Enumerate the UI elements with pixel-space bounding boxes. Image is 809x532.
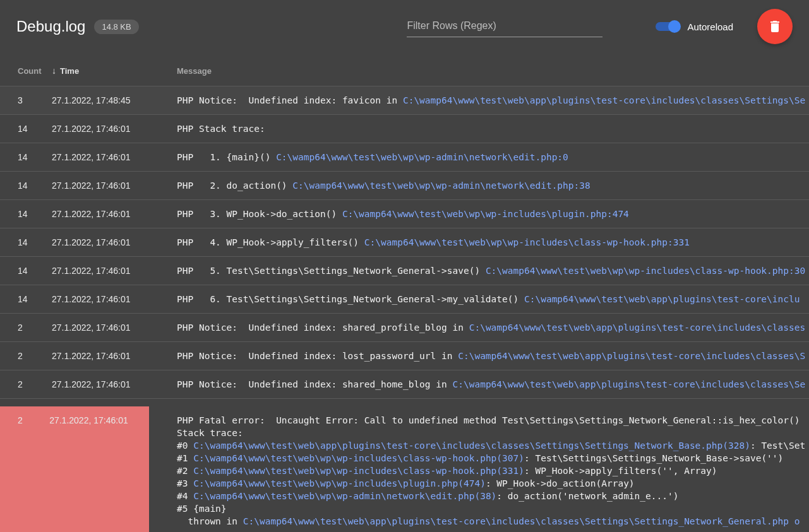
file-path-link[interactable]: C:\wamp64\www\test\web\wp\wp-includes\cl… [193, 453, 524, 463]
message-text: PHP 1. {main}() [177, 152, 276, 162]
row-message: PHP Notice: Undefined index: shared_prof… [177, 321, 809, 334]
row-message: PHP Notice: Undefined index: shared_home… [177, 378, 809, 391]
row-count: 14 [18, 179, 52, 192]
file-path-link[interactable]: C:\wamp64\www\test\web\wp\wp-admin\netwo… [276, 152, 568, 162]
row-time: 27.1.2022, 17:46:01 [52, 293, 177, 305]
row-time: 27.1.2022, 17:46:01 [49, 414, 149, 427]
row-count: 3 [18, 94, 52, 107]
row-message: PHP Notice: Undefined index: lost_passwo… [177, 350, 809, 362]
file-path-link[interactable]: C:\wamp64\www\test\web\app\plugins\test-… [453, 379, 806, 389]
file-path-link[interactable]: C:\wamp64\www\test\web\app\plugins\test-… [458, 351, 805, 361]
log-row[interactable]: 1427.1.2022, 17:46:01PHP Stack trace: [0, 115, 809, 143]
message-text: #1 [177, 453, 193, 463]
log-row[interactable]: 227.1.2022, 17:46:01PHP Notice: Undefine… [0, 342, 809, 370]
log-row[interactable]: 227.1.2022, 17:46:01PHP Notice: Undefine… [0, 370, 809, 399]
message-text: PHP 6. Test\Settings\Settings_Network_Ge… [177, 294, 524, 304]
file-path-link[interactable]: C:\wamp64\www\test\web\wp\wp-admin\netwo… [193, 491, 496, 501]
message-text: PHP Stack trace: [177, 124, 265, 134]
row-count: 14 [18, 264, 52, 277]
message-text: PHP 5. Test\Settings\Settings_Network_Ge… [177, 266, 486, 276]
row-count: 2 [18, 414, 49, 427]
message-text: : Test\Settings\Settings_Network_Base->s… [524, 453, 783, 463]
file-path-link[interactable]: C:\wamp64\www\test\web\wp\wp-includes\cl… [486, 266, 805, 276]
file-path-link[interactable]: C:\wamp64\www\test\web\wp\wp-admin\netwo… [292, 180, 590, 191]
autoreload-toggle[interactable] [656, 22, 680, 31]
row-time: 27.1.2022, 17:46:01 [52, 236, 177, 249]
header-time-label: Time [60, 66, 79, 76]
message-text: PHP 2. do_action() [177, 180, 292, 191]
autoreload-control: Autoreload [656, 21, 733, 32]
row-message: PHP 2. do_action() C:\wamp64\www\test\we… [177, 179, 809, 192]
filter-input[interactable] [407, 16, 602, 37]
file-path-link[interactable]: C:\wamp64\www\test\web\app\plugins\test-… [243, 516, 800, 526]
row-count: 14 [18, 151, 52, 163]
message-text: Stack trace: [177, 428, 243, 438]
message-text: PHP Notice: Undefined index: lost_passwo… [177, 351, 458, 361]
message-text: PHP Fatal error: Uncaught Error: Call to… [177, 415, 800, 425]
table-header: Count ↓ Time Message [0, 56, 809, 86]
row-count: 14 [18, 208, 52, 220]
log-row[interactable]: 1427.1.2022, 17:46:01PHP 6. Test\Setting… [0, 285, 809, 314]
file-path-link[interactable]: C:\wamp64\www\test\web\app\plugins\test-… [403, 95, 805, 105]
message-text: #3 [177, 478, 193, 488]
message-text: PHP Notice: Undefined index: favicon in [177, 95, 403, 105]
row-time: 27.1.2022, 17:46:01 [52, 378, 177, 391]
row-time: 27.1.2022, 17:46:01 [52, 321, 177, 334]
row-message: PHP Notice: Undefined index: favicon in … [177, 94, 809, 107]
log-row[interactable]: 1427.1.2022, 17:46:01PHP 3. WP_Hook->do_… [0, 200, 809, 228]
fatal-row-meta: 227.1.2022, 17:46:01 [0, 406, 149, 532]
message-text: PHP Notice: Undefined index: shared_home… [177, 379, 453, 389]
file-path-link[interactable]: C:\wamp64\www\test\web\app\plugins\test-… [193, 440, 750, 451]
filter-field [407, 16, 602, 37]
row-message: PHP 5. Test\Settings\Settings_Network_Ge… [177, 264, 809, 277]
row-time: 27.1.2022, 17:46:01 [52, 122, 177, 135]
trash-icon [767, 19, 782, 34]
row-time: 27.1.2022, 17:48:45 [52, 94, 177, 107]
log-rows: 327.1.2022, 17:48:45PHP Notice: Undefine… [0, 86, 809, 532]
log-row[interactable]: 1427.1.2022, 17:46:01PHP 1. {main}() C:\… [0, 143, 809, 172]
row-count: 14 [18, 122, 52, 135]
file-path-link[interactable]: C:\wamp64\www\test\web\wp\wp-includes\pl… [193, 478, 486, 488]
file-path-link[interactable]: C:\wamp64\www\test\web\wp\wp-includes\cl… [193, 466, 524, 476]
row-message: PHP 3. WP_Hook->do_action() C:\wamp64\ww… [177, 208, 809, 220]
clear-log-button[interactable] [757, 9, 793, 44]
message-text: #4 [177, 491, 193, 501]
file-path-link[interactable]: C:\wamp64\www\test\web\wp\wp-includes\pl… [342, 209, 629, 219]
header-time[interactable]: ↓ Time [52, 66, 177, 76]
file-size-badge: 14.8 KB [94, 20, 138, 34]
message-text: PHP 4. WP_Hook->apply_filters() [177, 237, 364, 247]
row-count: 2 [18, 321, 52, 334]
toolbar: Debug.log 14.8 KB Autoreload [0, 0, 809, 53]
row-count: 14 [18, 236, 52, 249]
message-text: #0 [177, 440, 193, 451]
message-text: : Test\Set [750, 440, 805, 451]
header-message[interactable]: Message [177, 66, 809, 76]
message-text: #5 {main} [177, 504, 227, 514]
log-row[interactable]: 1427.1.2022, 17:46:01PHP 5. Test\Setting… [0, 257, 809, 285]
message-text: PHP Notice: Undefined index: shared_prof… [177, 322, 469, 333]
row-message: PHP 4. WP_Hook->apply_filters() C:\wamp6… [177, 236, 809, 249]
row-time: 27.1.2022, 17:46:01 [52, 208, 177, 220]
file-path-link[interactable]: C:\wamp64\www\test\web\app\plugins\test-… [524, 294, 800, 304]
log-row-fatal[interactable]: 227.1.2022, 17:46:01PHP Fatal error: Unc… [0, 399, 809, 532]
row-count: 2 [18, 378, 52, 391]
row-message: PHP Stack trace: [177, 122, 809, 135]
message-text: thrown in [177, 516, 243, 526]
file-path-link[interactable]: C:\wamp64\www\test\web\wp\wp-includes\cl… [364, 237, 690, 247]
row-time: 27.1.2022, 17:46:01 [52, 179, 177, 192]
message-text: : do_action('network_admin_e...') [496, 491, 678, 501]
row-time: 27.1.2022, 17:46:01 [52, 264, 177, 277]
page-title: Debug.log [16, 18, 85, 35]
file-path-link[interactable]: C:\wamp64\www\test\web\app\plugins\test-… [469, 322, 806, 333]
header-count[interactable]: Count [18, 66, 52, 76]
message-text: PHP 3. WP_Hook->do_action() [177, 209, 342, 219]
sort-arrow-down-icon: ↓ [52, 66, 56, 76]
message-text: #2 [177, 466, 193, 476]
row-message: PHP 6. Test\Settings\Settings_Network_Ge… [177, 293, 809, 305]
log-row[interactable]: 1427.1.2022, 17:46:01PHP 4. WP_Hook->app… [0, 228, 809, 257]
message-text: : WP_Hook->apply_filters('', Array) [524, 466, 717, 476]
log-row[interactable]: 227.1.2022, 17:46:01PHP Notice: Undefine… [0, 314, 809, 342]
row-count: 2 [18, 350, 52, 362]
log-row[interactable]: 327.1.2022, 17:48:45PHP Notice: Undefine… [0, 86, 809, 115]
log-row[interactable]: 1427.1.2022, 17:46:01PHP 2. do_action() … [0, 172, 809, 200]
